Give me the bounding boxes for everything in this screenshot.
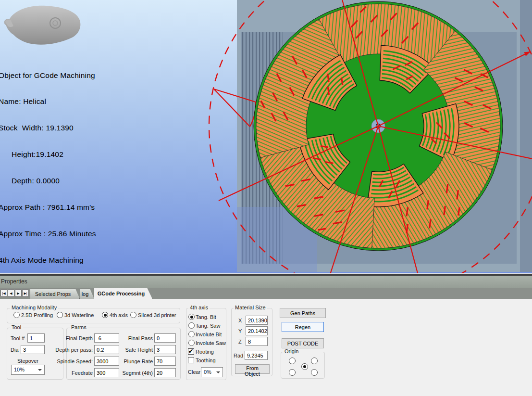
radio-tang-bit[interactable] <box>188 314 195 320</box>
dia-field[interactable] <box>21 345 45 354</box>
safe-height-label: Safe Height <box>111 347 153 353</box>
tab-nav-last-icon[interactable]: ▶| <box>22 289 29 297</box>
material-size-group-label: Material Size <box>234 305 267 310</box>
tool-group-label: Tool <box>10 324 23 330</box>
clear-select[interactable]: 0% <box>201 367 223 377</box>
gen-paths-button[interactable]: Gen Paths <box>280 308 326 318</box>
info-line: 4th Axis Mode Machining <box>0 256 96 265</box>
tab-nav-next-icon[interactable]: ▶ <box>15 289 22 297</box>
material-z-label: Z <box>238 339 242 345</box>
origin-radio-top-left[interactable] <box>289 358 296 364</box>
material-x-field[interactable] <box>246 316 268 325</box>
radio-tang-saw-label: Tang. Saw <box>196 323 220 329</box>
tab-strip: |◀ ◀ ▶ ▶| Selected Props log GCode Proce… <box>0 288 532 299</box>
origin-radio-bottom-right[interactable] <box>311 369 318 376</box>
segmnt-4th-field[interactable] <box>154 368 176 377</box>
radio-25d-profiling-label: 2.5D Profiling <box>21 312 53 318</box>
final-pass-field[interactable] <box>154 333 176 343</box>
machining-modality-label: Machining Modality <box>10 305 58 310</box>
regen-button[interactable]: Regen <box>282 322 324 332</box>
radio-involute-bit-label: Involute Bit <box>196 332 222 337</box>
safe-height-field[interactable] <box>154 345 176 354</box>
radio-25d-profiling[interactable] <box>13 312 20 318</box>
info-line: Object for GCode Machining <box>0 71 96 80</box>
tool-number-field[interactable] <box>27 333 45 343</box>
spindle-speed-label: Spindle Speed: <box>49 358 93 364</box>
info-line: Approx Time : 25.86 Minutes <box>0 230 96 238</box>
checkbox-toothing[interactable] <box>188 357 194 363</box>
material-rad-field[interactable] <box>245 351 268 360</box>
fourth-axis-group-label: 4th axis <box>188 305 210 310</box>
clear-label: Clear <box>188 369 200 375</box>
machining-info-overlay: Object for GCode Machining Name: Helical… <box>0 53 96 273</box>
info-line: Name: Helical <box>0 97 96 106</box>
origin-radio-top-right[interactable] <box>311 358 318 364</box>
cam-application-window: Object for GCode Machining Name: Helical… <box>0 0 532 396</box>
info-line: Depth: 0.0000 <box>0 177 96 185</box>
origin-radio-center[interactable] <box>301 363 308 370</box>
radio-tang-bit-label: Tang. Bit <box>196 314 216 320</box>
radio-3d-waterline[interactable] <box>57 312 63 318</box>
tab-log[interactable]: log <box>80 289 94 299</box>
final-pass-label: Final Pass <box>111 335 153 341</box>
radio-involute-saw-label: Involute Saw <box>196 340 226 346</box>
feedrate-label: Feedrate <box>49 370 93 376</box>
origin-group-label: Origin <box>283 348 300 354</box>
info-line: Approx Path : 7961.14 mm's <box>0 203 96 212</box>
material-y-label: Y <box>238 328 242 334</box>
tab-gcode-processing[interactable]: GCode Processing <box>94 288 152 299</box>
tool-number-label: Tool # <box>11 335 25 341</box>
radio-tang-saw[interactable] <box>188 322 195 329</box>
final-depth-label: Final Depth <box>49 335 93 341</box>
stepover-select[interactable]: 10% <box>11 365 45 375</box>
radio-3d-waterline-label: 3d Waterline <box>64 312 94 318</box>
material-z-field[interactable] <box>246 337 268 346</box>
tab-nav-first-icon[interactable]: |◀ <box>0 289 7 297</box>
depth-per-pass-label: Depth per pass: <box>49 347 93 353</box>
checkbox-rooting[interactable] <box>188 348 194 355</box>
plunge-rate-label: Plunge Rate <box>111 358 153 364</box>
viewport-3d[interactable]: Object for GCode Machining Name: Helical… <box>0 0 532 273</box>
post-code-button[interactable]: POST CODE <box>282 338 324 348</box>
tab-nav-prev-icon[interactable]: ◀ <box>8 289 14 297</box>
radio-involute-bit[interactable] <box>188 331 195 337</box>
origin-radio-bottom-left[interactable] <box>289 369 296 376</box>
material-y-field[interactable] <box>246 326 268 335</box>
tab-selected-props[interactable]: Selected Props <box>30 289 80 299</box>
radio-4th-axis-label: 4th axis <box>110 312 128 318</box>
radio-sliced-3d-printer-label: Sliced 3d printer <box>138 312 176 318</box>
segmnt-4th-label: Segmnt (4th) <box>111 370 153 376</box>
radio-involute-saw[interactable] <box>188 340 195 346</box>
properties-bar: Properties <box>0 276 532 288</box>
info-line: Stock Width: 19.1390 <box>0 124 96 132</box>
radio-sliced-3d-printer[interactable] <box>130 312 136 318</box>
info-line: Height:19.1402 <box>0 150 96 159</box>
from-object-button[interactable]: From Object <box>235 364 270 374</box>
checkbox-toothing-label: Toothing <box>196 358 216 363</box>
dia-label: Dia <box>11 347 19 353</box>
stepover-label: Stepover <box>17 358 38 364</box>
checkbox-rooting-label: Rooting <box>196 349 214 355</box>
parms-group-label: Parms <box>70 324 88 330</box>
material-x-label: X <box>238 318 242 323</box>
plunge-rate-field[interactable] <box>154 357 176 366</box>
radio-4th-axis[interactable] <box>102 312 108 318</box>
material-rad-label: Rad <box>234 353 243 358</box>
